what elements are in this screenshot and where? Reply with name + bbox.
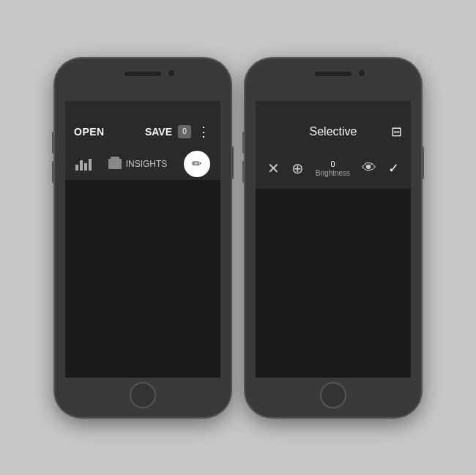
insights-label: INSIGHTS [126,159,168,169]
brightness-value: 0 [330,160,335,168]
toolbar-right-phone: Selective ⊟ [256,116,411,148]
camera-lens-right [359,70,365,76]
preview-button[interactable]: 👁 [362,160,376,176]
volume-up-button-right[interactable] [242,132,245,154]
open-button[interactable]: OPEN [74,126,105,138]
pencil-icon: ✏ [192,157,201,171]
toolbar-left: OPEN SAVE 0 ⋮ [65,116,220,148]
menu-dots-icon[interactable]: ⋮ [197,124,212,140]
eye-icon: 👁 [362,160,376,176]
bottom-bar-left: INSIGHTS ✏ [65,148,220,180]
save-button[interactable]: SAVE [145,126,172,138]
hist-bar-3 [84,163,87,171]
confirm-button[interactable]: ✓ [388,160,399,176]
hist-bar-2 [80,160,83,171]
volume-down-button-right[interactable] [242,161,245,183]
add-point-button[interactable]: ⊕ [291,160,304,177]
status-bar-left [65,101,220,116]
phone-right: Selective ⊟ B ✕ [245,59,421,417]
hist-bar-1 [75,165,78,171]
volume-down-button[interactable] [52,161,55,183]
selective-title: Selective [310,125,357,138]
status-bar-right [256,101,411,116]
edit-fab-button[interactable]: ✏ [184,151,210,177]
save-badge: 0 [178,125,191,138]
power-button-right[interactable] [421,146,424,179]
compare-icon[interactable]: ⊟ [391,124,402,140]
hist-bar-4 [89,159,92,171]
camera-lens [168,70,174,76]
volume-up-button[interactable] [52,132,55,154]
brightness-control: 0 Brightness [316,160,350,177]
phone-screen-left: OPEN SAVE 0 ⋮ [65,101,220,378]
plus-icon: ⊕ [291,160,304,177]
phone-left: OPEN SAVE 0 ⋮ [55,59,231,417]
check-icon: ✓ [388,160,399,176]
bottom-action-bar-right: ✕ ⊕ 0 Brightness 👁 ✓ [256,148,411,189]
histogram-icon[interactable] [75,157,92,171]
phone-screen-right: Selective ⊟ B ✕ [256,101,411,378]
cancel-button-right[interactable]: ✕ [267,160,280,177]
brightness-label: Brightness [316,169,350,177]
power-button[interactable] [231,146,234,179]
cross-icon: ✕ [267,160,280,177]
home-button-right[interactable] [320,382,346,408]
toolbar-right-group: SAVE 0 ⋮ [145,124,212,140]
insights-icon [108,159,122,169]
insights-area[interactable]: INSIGHTS [108,159,168,169]
home-button-left[interactable] [130,382,156,408]
